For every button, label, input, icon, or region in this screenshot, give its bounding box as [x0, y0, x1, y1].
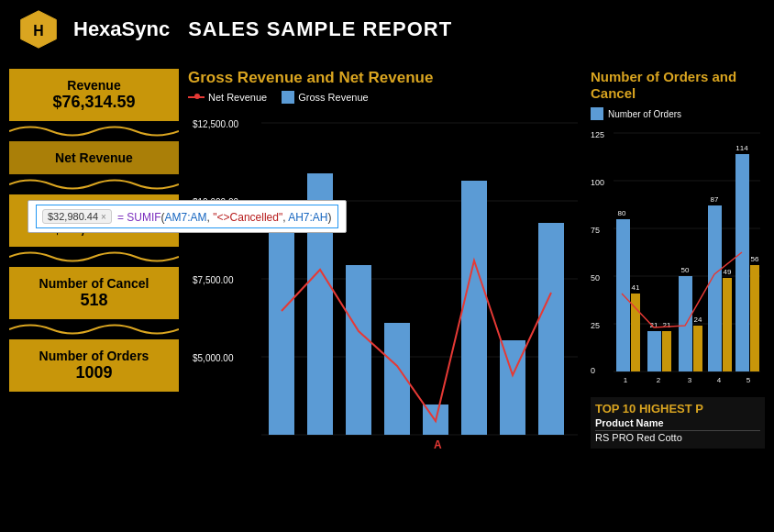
wave-divider-1 — [9, 121, 179, 141]
bar-g4-cancel — [723, 278, 732, 371]
svg-text:0: 0 — [591, 366, 595, 375]
net-revenue-legend-icon — [188, 96, 205, 98]
kpi-number-cancel-value: 518 — [20, 291, 168, 310]
svg-text:24: 24 — [694, 316, 702, 324]
main-chart-svg-container: $12,500.00 $10,000.00 $7,500.00 $5,000.0… — [188, 109, 592, 476]
svg-text:3: 3 — [688, 376, 692, 384]
report-title: SALES SAMPLE REPORT — [188, 17, 452, 41]
chip-value: $32,980.44 — [48, 211, 98, 222]
formula-bar: $32,980.44 × = SUMIF(AM7:AM, "<>Cancelle… — [36, 205, 338, 228]
top10-row-1: RS PRO Red Cotto — [595, 431, 760, 444]
svg-text:5: 5 — [746, 376, 751, 384]
legend-net-revenue: Net Revenue — [188, 92, 267, 103]
svg-text:80: 80 — [618, 209, 626, 217]
kpi-number-of-cancel: Number of Cancel 518 — [9, 267, 179, 319]
svg-text:$7,500.00: $7,500.00 — [193, 275, 234, 285]
kpi-number-orders-title: Number of Orders — [20, 349, 168, 363]
svg-text:2: 2 — [657, 376, 661, 384]
svg-text:H: H — [33, 23, 43, 39]
svg-text:100: 100 — [591, 178, 604, 187]
kpi-revenue-title: Revenue — [20, 78, 168, 93]
svg-text:4: 4 — [717, 376, 722, 384]
svg-text:114: 114 — [735, 144, 748, 152]
main-chart-svg: $12,500.00 $10,000.00 $7,500.00 $5,000.0… — [188, 109, 582, 458]
right-legend-label: Number of Orders — [608, 109, 681, 119]
right-chart-svg: 125 100 75 50 25 0 80 41 1 21 21 2 50 24… — [591, 124, 765, 390]
svg-text:$5,000.00: $5,000.00 — [193, 353, 234, 363]
kpi-revenue-value: $76,314.59 — [20, 93, 168, 112]
bar-3-gross — [346, 265, 371, 435]
legend-gross-revenue: Gross Revenue — [282, 91, 368, 104]
svg-text:50: 50 — [591, 273, 600, 283]
formula-popup[interactable]: $32,980.44 × = SUMIF(AM7:AM, "<>Cancelle… — [28, 200, 347, 233]
header: H HexaSync SALES SAMPLE REPORT — [0, 0, 774, 59]
bar-8-gross — [538, 223, 564, 435]
kpi-number-orders-value: 1009 — [20, 363, 168, 382]
wave-divider-4 — [9, 319, 179, 339]
svg-text:1: 1 — [624, 376, 628, 384]
kpi-revenue: Revenue $76,314.59 — [9, 69, 179, 121]
right-legend: Number of Orders — [591, 107, 774, 120]
svg-text:75: 75 — [591, 226, 600, 235]
bar-g5-orders — [735, 154, 749, 371]
svg-text:56: 56 — [751, 255, 759, 263]
bar-1-gross — [269, 231, 294, 435]
svg-text:87: 87 — [711, 195, 719, 204]
formula-chip[interactable]: $32,980.44 × — [42, 209, 112, 224]
main-chart-title: Gross Revenue and Net Revenue — [188, 69, 592, 87]
right-legend-icon — [591, 107, 603, 120]
main-chart-legend: Net Revenue Gross Revenue — [188, 91, 592, 104]
bar-g3-cancel — [693, 326, 702, 371]
wave-divider-3 — [9, 247, 179, 267]
svg-text:41: 41 — [632, 283, 640, 292]
svg-text:49: 49 — [724, 268, 732, 276]
legend-net-revenue-label: Net Revenue — [208, 92, 267, 103]
wave-divider-2 — [9, 174, 179, 194]
formula-text: = SUMIF(AM7:AM, "<>Cancelled", AH7:AH) — [117, 208, 332, 225]
bar-6-gross — [461, 181, 487, 435]
svg-text:A: A — [434, 438, 442, 451]
kpi-number-cancel-title: Number of Cancel — [20, 276, 168, 291]
bar-g2-cancel — [662, 331, 671, 371]
top10-title: TOP 10 HIGHEST P — [595, 402, 760, 416]
main-chart-area: Gross Revenue and Net Revenue Net Revenu… — [188, 69, 592, 518]
kpi-number-of-orders: Number of Orders 1009 — [9, 339, 179, 392]
svg-text:125: 125 — [591, 130, 604, 139]
right-chart-title: Number of Orders and Cancel — [591, 69, 774, 102]
kpi-net-revenue-title: Net Revenue — [20, 150, 168, 165]
right-panel: Number of Orders and Cancel Number of Or… — [591, 69, 774, 518]
top10-section: TOP 10 HIGHEST P Product Name RS PRO Red… — [591, 397, 765, 449]
gross-revenue-legend-icon — [282, 91, 294, 104]
brand-name: HexaSync — [73, 17, 170, 41]
svg-text:21: 21 — [663, 321, 671, 329]
bar-g4-orders — [708, 205, 722, 371]
hexasync-logo-icon: H — [18, 9, 59, 50]
bar-g5-cancel — [750, 265, 759, 371]
top10-column-header: Product Name — [595, 416, 760, 431]
bar-g2-orders — [647, 331, 661, 371]
svg-text:50: 50 — [681, 266, 690, 274]
svg-text:$12,500.00: $12,500.00 — [193, 119, 238, 129]
legend-gross-revenue-label: Gross Revenue — [298, 92, 368, 103]
chip-close-icon[interactable]: × — [101, 212, 106, 222]
svg-text:25: 25 — [591, 321, 600, 330]
kpi-net-revenue: Net Revenue — [9, 141, 179, 174]
